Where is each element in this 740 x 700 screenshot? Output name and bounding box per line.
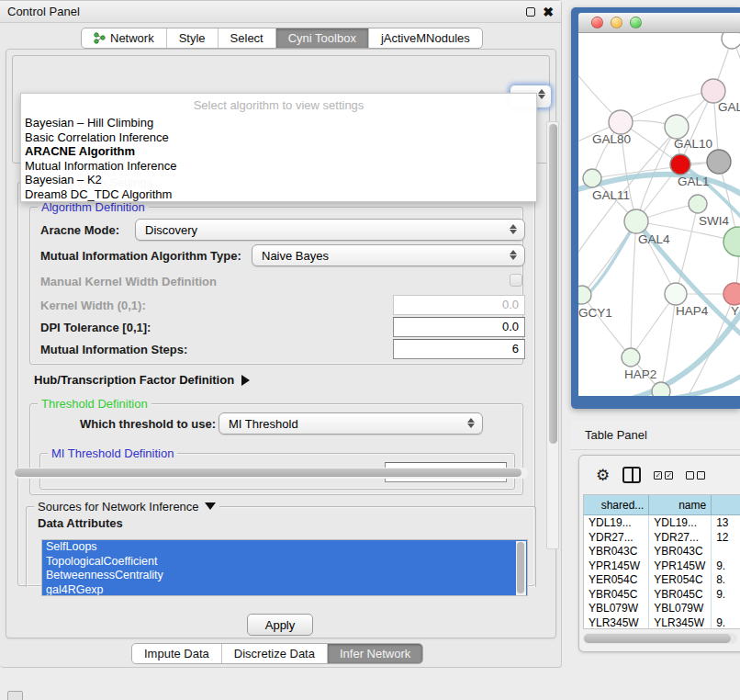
- table-cell: YBL079W: [649, 601, 712, 615]
- network-node-gal10[interactable]: [665, 115, 689, 139]
- table-row[interactable]: YLR345WYLR345W9.: [584, 615, 740, 630]
- cyni-bottom-tabbar: Impute Data Discretize Data Infer Networ…: [131, 643, 423, 664]
- algorithm-option[interactable]: Mutual Information Inference: [21, 159, 536, 174]
- algorithm-placeholder: Select algorithm to view settings: [21, 94, 536, 116]
- algorithm-option[interactable]: Dream8 DC_TDC Algorithm: [21, 187, 536, 202]
- settings-vscrollbar[interactable]: [546, 121, 559, 549]
- table-cell: 9.: [712, 615, 740, 630]
- close-panel-icon[interactable]: ✖: [543, 7, 554, 17]
- algorithm-option[interactable]: Bayesian – K2: [21, 173, 536, 187]
- collapse-arrow-icon[interactable]: [205, 502, 216, 510]
- manual-kernel-width-label: Manual Kernel Width Definition: [40, 275, 217, 288]
- minimize-window-icon[interactable]: [611, 17, 622, 28]
- network-edge-highlighted[interactable]: [680, 164, 740, 221]
- data-attribute-item[interactable]: TopologicalCoefficient: [42, 555, 527, 570]
- control-panel-window: Control Panel ✖ Network Style Select Cyn…: [0, 0, 562, 668]
- network-node[interactable]: [723, 227, 740, 256]
- network-edge[interactable]: [661, 294, 676, 391]
- tab-discretize-data[interactable]: Discretize Data: [222, 644, 328, 663]
- data-attribute-item[interactable]: SelfLoops: [42, 540, 527, 555]
- tab-infer-network[interactable]: Infer Network: [328, 644, 422, 663]
- table-row[interactable]: YBR043CYBR043C: [584, 544, 740, 559]
- expand-arrow-icon[interactable]: [241, 375, 250, 386]
- table-hscrollbar[interactable]: [583, 633, 737, 644]
- network-window-titlebar[interactable]: [578, 13, 740, 33]
- table-row[interactable]: YDL19...YDL19...13: [584, 515, 740, 530]
- manual-kernel-width-checkbox[interactable]: [510, 274, 522, 287]
- network-node-label: GAL: [718, 100, 740, 114]
- network-node-gal1[interactable]: [707, 150, 731, 174]
- network-node-gcy1[interactable]: [578, 286, 591, 304]
- algorithm-option[interactable]: Bayesian – Hill Climbing: [21, 116, 536, 130]
- tab-impute-data[interactable]: Impute Data: [132, 644, 222, 663]
- hub-transcription-section[interactable]: Hub/Transcription Factor Definition: [34, 373, 250, 387]
- network-canvas[interactable]: GALGAL80GAL10GAL1GAL11SWI4GAL4GCY1HAP4YH…: [578, 33, 740, 396]
- dpi-tolerance-label: DPI Tolerance [0,1]:: [40, 321, 151, 334]
- columns-icon[interactable]: [622, 467, 641, 483]
- apply-button[interactable]: Apply: [247, 614, 313, 636]
- network-edge[interactable]: [631, 221, 636, 357]
- deselect-all-columns-icon[interactable]: [686, 471, 705, 480]
- panel-float-icon[interactable]: [7, 691, 23, 700]
- network-node-gal4[interactable]: [624, 209, 648, 233]
- select-all-columns-icon[interactable]: ✓✓: [654, 471, 673, 480]
- algorithm-option[interactable]: Basic Correlation Inference: [21, 130, 536, 145]
- network-edge[interactable]: [582, 295, 631, 357]
- tab-cyni-toolbox[interactable]: Cyni Toolbox: [276, 28, 369, 48]
- mi-steps-field[interactable]: 6: [393, 339, 525, 359]
- which-threshold-label: Which threshold to use:: [80, 417, 216, 431]
- settings-hscrollbar[interactable]: [14, 468, 528, 479]
- data-attributes-list[interactable]: SelfLoopsTopologicalCoefficientBetweenne…: [41, 539, 528, 596]
- control-panel-titlebar: Control Panel ✖: [0, 1, 561, 23]
- which-threshold-combobox[interactable]: MI Threshold: [219, 412, 483, 435]
- network-node-label: HAP4: [676, 304, 709, 318]
- table-row[interactable]: YPR145WYPR145W9.: [584, 559, 740, 573]
- close-window-icon[interactable]: [591, 17, 603, 28]
- mi-algorithm-type-combobox[interactable]: Naive Bayes: [252, 244, 525, 266]
- network-node-gal80[interactable]: [609, 110, 633, 134]
- data-attributes-label: Data Attributes: [38, 516, 123, 530]
- network-node-label: HAP2: [624, 367, 656, 381]
- kernel-width-field[interactable]: 0.0: [393, 295, 525, 315]
- table-header-cell[interactable]: shared...: [584, 495, 649, 514]
- network-node-hap4[interactable]: [665, 283, 687, 305]
- control-panel-title: Control Panel: [7, 5, 80, 18]
- float-panel-icon[interactable]: [526, 7, 535, 17]
- aracne-mode-combobox[interactable]: Discovery: [135, 219, 525, 241]
- table-row[interactable]: YER054CYER054C8.: [584, 572, 740, 587]
- table-cell: YDL19...: [649, 515, 712, 530]
- table-cell: YDR27...: [649, 530, 712, 545]
- table-row[interactable]: YDR27...YDR27...12: [584, 530, 740, 545]
- tab-style[interactable]: Style: [167, 28, 219, 48]
- aracne-mode-label: Aracne Mode:: [40, 223, 119, 237]
- table-cell: YLR345W: [649, 615, 712, 630]
- node-table[interactable]: shared...nameAYDL19...YDL19...13YDR27...…: [583, 494, 740, 629]
- tab-jactivemnodules[interactable]: jActiveMNodules: [369, 28, 482, 48]
- table-header-row: shared...nameA: [584, 495, 740, 515]
- zoom-window-icon[interactable]: [630, 17, 642, 28]
- gear-icon[interactable]: ⚙: [596, 466, 610, 485]
- network-edge[interactable]: [621, 91, 713, 122]
- table-cell: 9.: [712, 587, 740, 602]
- network-node-gal11[interactable]: [583, 169, 601, 187]
- data-attribute-item[interactable]: BetweennessCentrality: [42, 569, 527, 583]
- tab-select[interactable]: Select: [219, 28, 276, 48]
- table-row[interactable]: YBL079WYBL079W: [584, 601, 740, 615]
- dpi-tolerance-field[interactable]: 0.0: [393, 317, 525, 337]
- network-node-label: GAL10: [674, 137, 712, 151]
- network-graph[interactable]: GALGAL80GAL10GAL1GAL11SWI4GAL4GCY1HAP4YH…: [578, 33, 740, 396]
- table-cell: YBR045C: [649, 587, 712, 602]
- attributes-scrollbar[interactable]: [516, 541, 526, 596]
- network-node[interactable]: [722, 33, 740, 49]
- network-node-swi4[interactable]: [689, 195, 707, 213]
- network-node[interactable]: [670, 154, 690, 175]
- table-header-cell[interactable]: A: [712, 495, 740, 514]
- network-node-y[interactable]: [723, 283, 740, 305]
- table-row[interactable]: YBR045CYBR045C9.: [584, 587, 740, 602]
- network-node-hap2[interactable]: [622, 348, 640, 367]
- algorithm-option[interactable]: ARACNE Algorithm: [21, 144, 536, 159]
- tab-network[interactable]: Network: [82, 28, 167, 48]
- table-header-cell[interactable]: name: [649, 495, 712, 514]
- data-attribute-item[interactable]: gal4RGexp: [42, 583, 527, 597]
- network-node[interactable]: [652, 382, 670, 396]
